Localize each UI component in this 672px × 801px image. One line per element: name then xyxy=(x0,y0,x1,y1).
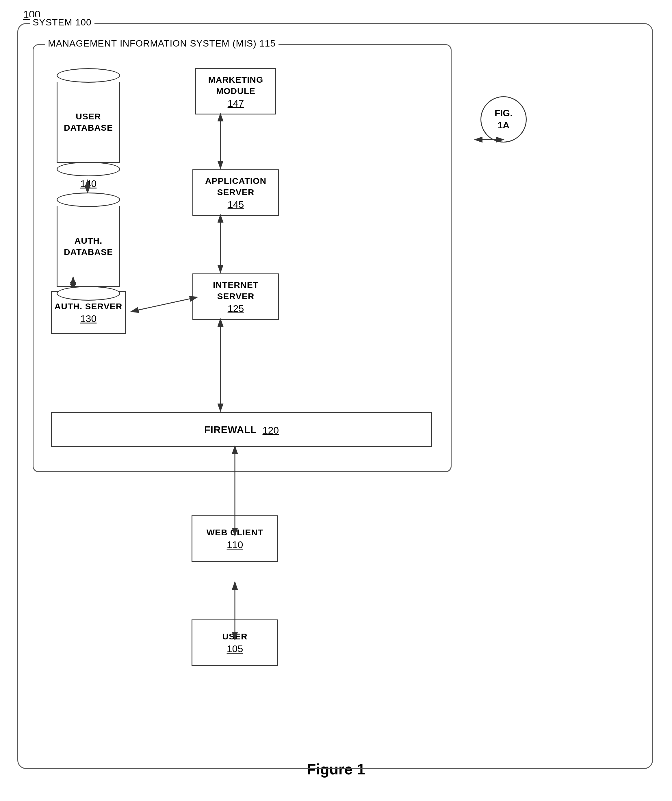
mis-label: MANAGEMENT INFORMATION SYSTEM (MIS) 115 xyxy=(45,38,279,49)
user-database-number: 140 xyxy=(80,178,97,189)
user-database: USERDATABASE 140 xyxy=(57,68,120,189)
internet-server-number: 125 xyxy=(228,303,244,314)
auth-database: AUTH.DATABASE 135 xyxy=(57,193,120,314)
user-box: USER 105 xyxy=(192,619,278,666)
application-server-label: APPLICATIONSERVER xyxy=(205,175,266,198)
internet-server: INTERNETSERVER 125 xyxy=(192,273,279,320)
application-server-number: 145 xyxy=(228,199,244,210)
auth-server-label: AUTH. SERVER xyxy=(55,301,122,312)
user-label: USER xyxy=(222,631,247,642)
system-label: SYSTEM 100 xyxy=(30,17,95,28)
marketing-module-number: 147 xyxy=(228,98,244,109)
firewall-label: FIREWALL xyxy=(204,423,257,436)
application-server: APPLICATIONSERVER 145 xyxy=(192,169,279,216)
page-container: 100 Figure 1 SYSTEM 100 MANAGEMENT INFOR… xyxy=(0,0,672,801)
fig1a-label: FIG.1A xyxy=(495,107,513,131)
marketing-module: MARKETINGMODULE 147 xyxy=(195,68,276,114)
user-number: 105 xyxy=(227,643,243,655)
firewall-number: 120 xyxy=(263,425,279,436)
web-client: WEB CLIENT 110 xyxy=(192,515,278,562)
fig1a-circle: FIG.1A xyxy=(480,96,527,143)
web-client-label: WEB CLIENT xyxy=(207,527,263,538)
internet-server-label: INTERNETSERVER xyxy=(213,279,258,302)
system-box: SYSTEM 100 MANAGEMENT INFORMATION SYSTEM… xyxy=(17,23,653,769)
firewall: FIREWALL 120 xyxy=(51,412,432,447)
mis-box: MANAGEMENT INFORMATION SYSTEM (MIS) 115 … xyxy=(33,44,452,472)
auth-server-number: 130 xyxy=(80,313,97,324)
marketing-module-label: MARKETINGMODULE xyxy=(208,74,263,97)
web-client-number: 110 xyxy=(227,539,243,550)
